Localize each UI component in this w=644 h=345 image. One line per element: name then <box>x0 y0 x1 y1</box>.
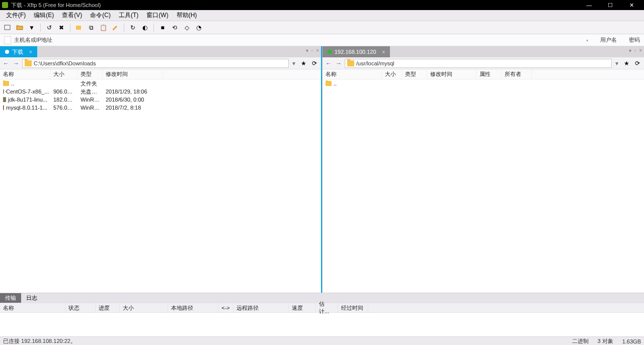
paste-icon[interactable]: 📋 <box>99 23 108 32</box>
menu-edit[interactable]: 编辑(E) <box>30 10 58 21</box>
terminal-icon[interactable]: ■ <box>158 23 167 32</box>
menu-help[interactable]: 帮助(H) <box>173 10 201 21</box>
col-mtime[interactable]: 修改时间 <box>427 69 476 79</box>
back-button[interactable]: ← <box>2 59 10 67</box>
refresh-local-icon[interactable]: ⟳ <box>310 59 319 68</box>
tab-max-icon[interactable]: ▫ <box>311 48 313 53</box>
refresh-icon[interactable]: ↻ <box>128 23 137 32</box>
close-tab-icon[interactable]: × <box>29 49 32 55</box>
local-tab[interactable]: 下载 × <box>0 46 37 57</box>
copy-icon[interactable]: ⧉ <box>87 23 96 32</box>
col-mtime[interactable]: 修改时间 <box>103 69 163 79</box>
col-owner[interactable]: 所有者 <box>502 69 532 79</box>
xcol-elapsed[interactable]: 经过时间 <box>338 303 368 312</box>
menu-window[interactable]: 窗口(W) <box>142 10 172 21</box>
col-name[interactable]: 名称 <box>323 69 382 79</box>
dropdown-icon[interactable]: ▼ <box>27 23 36 32</box>
tab-close-icon[interactable]: × <box>316 48 319 53</box>
local-pane: 下载 × ▾ ▫ × ← → C:\Users\dfkx\Downloads ▾… <box>0 46 322 293</box>
remote-tab[interactable]: 192.168.100.120 × <box>323 46 390 57</box>
tab-log[interactable]: 日志 <box>21 293 42 303</box>
disconnect-icon[interactable]: ✖ <box>57 23 66 32</box>
xcol-status[interactable]: 状态 <box>65 303 96 312</box>
xcol-name[interactable]: 名称 <box>0 303 65 312</box>
close-button[interactable]: ✕ <box>621 0 642 10</box>
remote-file-list[interactable]: .. <box>323 79 644 293</box>
status-bar: 已连接 192.168.108.120:22。 二进制 3 对象 1.63GB <box>0 336 644 345</box>
menu-bar: 文件(F) 编辑(E) 查看(V) 命令(C) 工具(T) 窗口(W) 帮助(H… <box>0 10 644 21</box>
transfer-list[interactable] <box>0 313 644 336</box>
tab-menu-icon[interactable]: ▾ <box>629 48 631 53</box>
file-name: mysql-8.0.11-1... <box>6 105 47 111</box>
menu-tools[interactable]: 工具(T) <box>115 10 142 21</box>
maximize-button[interactable]: ☐ <box>600 0 621 10</box>
new-session-icon[interactable] <box>3 23 12 32</box>
back-button[interactable]: ← <box>325 59 333 67</box>
col-size[interactable]: 大小 <box>382 69 402 79</box>
file-name: jdk-8u171-linu... <box>8 97 47 103</box>
local-address-row: ← → C:\Users\dfkx\Downloads ▾ ★ ⟳ <box>0 57 321 69</box>
local-path-input[interactable]: C:\Users\dfkx\Downloads <box>22 59 289 68</box>
col-type[interactable]: 类型 <box>402 69 427 79</box>
minimize-button[interactable]: — <box>579 0 600 10</box>
path-dropdown-icon[interactable]: ▾ <box>614 60 620 67</box>
menu-command[interactable]: 命令(C) <box>86 10 115 21</box>
forward-button[interactable]: → <box>335 59 343 67</box>
file-row[interactable]: .. 文件夹 <box>0 79 321 88</box>
col-name[interactable]: 名称 <box>0 69 50 79</box>
xcol-eta[interactable]: 估计... <box>316 303 338 312</box>
col-type[interactable]: 类型 <box>77 69 103 79</box>
col-size[interactable]: 大小 <box>50 69 77 79</box>
file-row[interactable]: CentOS-7-x86_... 906.00... 光盘映... 2018/1… <box>0 88 321 96</box>
tab-max-icon[interactable]: ▫ <box>634 48 636 53</box>
title-bar: 下载 - Xftp 5 (Free for Home/School) — ☐ ✕ <box>0 0 644 10</box>
bookmark-icon[interactable]: ★ <box>622 59 631 68</box>
transfer-list-header: 名称 状态 进度 大小 本地路径 <-> 远程路径 速度 估计... 经过时间 <box>0 303 644 313</box>
file-mtime: 2018/1/29, 18:06 <box>103 89 163 95</box>
refresh-remote-icon[interactable]: ⟳ <box>633 59 642 68</box>
path-dropdown-icon[interactable]: ▾ <box>291 60 297 67</box>
remote-address-row: ← → /usr/local/mysql ▾ ★ ⟳ <box>323 57 644 69</box>
archive-icon <box>3 105 4 110</box>
file-name: .. <box>334 80 337 87</box>
file-row[interactable]: mysql-8.0.11-1... 576.01... WinRA... 201… <box>0 104 321 112</box>
password-label: 密码 <box>629 36 640 44</box>
new-folder-icon[interactable] <box>74 23 84 32</box>
tab-menu-icon[interactable]: ▾ <box>306 48 308 53</box>
window-title: 下载 - Xftp 5 (Free for Home/School) <box>11 2 579 9</box>
help-icon[interactable]: ◔ <box>194 23 203 32</box>
tab-close-icon[interactable]: × <box>639 48 642 53</box>
remote-path-input[interactable]: /usr/local/mysql <box>345 59 612 68</box>
menu-file[interactable]: 文件(F) <box>2 10 30 21</box>
menu-view[interactable]: 查看(V) <box>58 10 86 21</box>
col-attr[interactable]: 属性 <box>476 69 502 79</box>
xcol-size[interactable]: 大小 <box>120 303 168 312</box>
xcol-local[interactable]: 本地路径 <box>168 303 218 312</box>
sync-icon[interactable]: ⟲ <box>170 23 179 32</box>
file-name: .. <box>11 80 14 87</box>
address-hint: 主机名或IP地址 <box>14 36 52 44</box>
file-type: WinRA... <box>77 97 103 103</box>
file-row[interactable]: jdk-8u171-linu... 182.05... WinRA... 201… <box>0 96 321 104</box>
quick-connect-bar: 主机名或IP地址 • 用户名 密码 <box>0 34 644 46</box>
tab-transfer[interactable]: 传输 <box>0 293 21 303</box>
file-mtime: 2018/6/30, 0:00 <box>103 97 163 103</box>
file-row[interactable]: .. <box>323 79 644 88</box>
protocol-selector[interactable] <box>4 36 11 44</box>
file-size: 182.05... <box>50 97 77 103</box>
close-tab-icon[interactable]: × <box>382 49 385 55</box>
edit-icon[interactable] <box>111 23 120 32</box>
xcol-speed[interactable]: 速度 <box>289 303 316 312</box>
forward-button[interactable]: → <box>12 59 20 67</box>
xcol-progress[interactable]: 进度 <box>96 303 120 312</box>
xcol-arrow: <-> <box>218 303 233 312</box>
local-file-list[interactable]: .. 文件夹 CentOS-7-x86_... 906.00... 光盘映...… <box>0 79 321 293</box>
stop-icon[interactable]: ◐ <box>140 23 149 32</box>
local-tab-row: 下载 × ▾ ▫ × <box>0 46 321 57</box>
bookmark-icon[interactable]: ★ <box>299 59 308 68</box>
file-size: 576.01... <box>50 105 77 111</box>
xcol-remote[interactable]: 远程路径 <box>233 303 289 312</box>
reconnect-icon[interactable]: ↺ <box>45 23 54 32</box>
open-session-icon[interactable] <box>15 23 24 32</box>
settings-icon[interactable]: ◇ <box>182 23 191 32</box>
